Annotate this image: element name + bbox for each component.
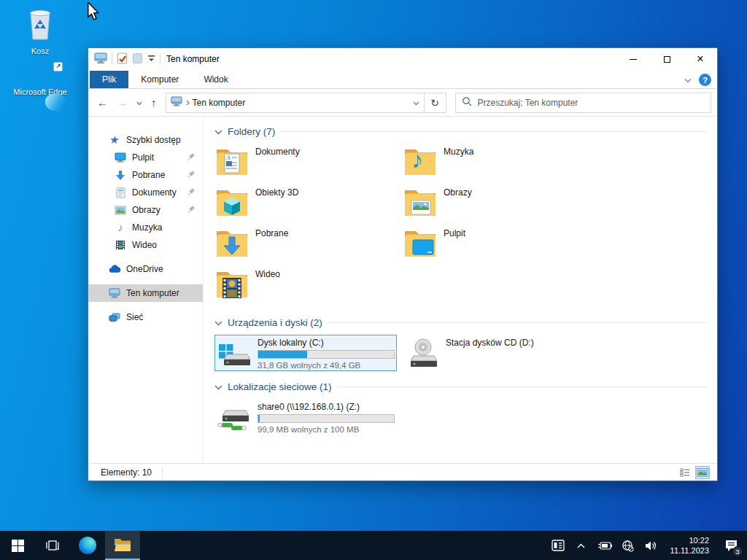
sidebar-item-obrazy[interactable]: Obrazy — [88, 201, 203, 219]
customize-quick-access-icon[interactable] — [147, 54, 155, 65]
folder-3d-objects-icon — [214, 184, 249, 219]
address-dropdown-icon[interactable] — [413, 98, 419, 108]
folder-downloads-icon — [214, 225, 249, 260]
up-button[interactable]: ↑ — [151, 96, 157, 109]
drive-tile-local-disk-c[interactable]: Dysk lokalny (C:) 31,8 GB wolnych z 49,4… — [214, 335, 397, 371]
tab-plik[interactable]: Plik — [90, 71, 128, 88]
music-note-glyph: ♪ — [411, 147, 423, 174]
desktop-icon-recycle-bin[interactable]: Kosz — [9, 6, 71, 55]
back-button[interactable]: ← — [97, 96, 108, 109]
devices-grid: Dysk lokalny (C:) 31,8 GB wolnych z 49,4… — [214, 335, 710, 377]
address-bar[interactable]: Ten komputer — [166, 93, 425, 113]
sidebar-item-quick-access[interactable]: ★ Szybki dostęp — [88, 131, 203, 149]
folder-tile-pobrane[interactable]: Pobrane — [214, 225, 397, 260]
close-button[interactable]: × — [684, 48, 717, 70]
sidebar-item-pobrane[interactable]: Pobrane — [88, 166, 203, 184]
desktop-icon-label: Kosz — [9, 47, 71, 55]
folder-tile-pulpit[interactable]: Pulpit — [403, 225, 585, 260]
quick-access-toolbar — [88, 52, 160, 66]
taskbar-clock[interactable]: 10:22 11.11.2023 — [665, 535, 715, 556]
videos-icon — [115, 239, 126, 251]
sidebar-item-ten-komputer[interactable]: Ten komputer — [88, 284, 203, 302]
title-bar: Ten komputer × — [88, 48, 717, 70]
minimize-button[interactable] — [616, 48, 650, 70]
network-icon — [109, 311, 120, 323]
folder-desktop-icon — [403, 225, 438, 260]
group-header-folders[interactable]: Foldery (7) — [214, 126, 710, 137]
quick-access-star-icon: ★ — [108, 134, 121, 146]
onedrive-cloud-icon — [109, 263, 120, 275]
window-menu-icon[interactable] — [94, 52, 107, 66]
news-widgets-icon[interactable] — [548, 531, 568, 560]
collapse-chevron-icon — [214, 382, 222, 392]
drive-tile-cd-d[interactable]: Stacja dysków CD (D:) — [403, 335, 585, 371]
folder-tile-obrazy[interactable]: Obrazy — [403, 184, 585, 219]
expand-ribbon-icon[interactable] — [684, 75, 692, 85]
start-button[interactable] — [0, 531, 35, 560]
documents-icon — [115, 187, 126, 198]
power-battery-icon[interactable] — [595, 531, 615, 560]
window-controls: × — [616, 48, 717, 70]
sidebar-item-muzyka[interactable]: ♪ Muzyka — [88, 219, 203, 236]
breadcrumb-path[interactable]: Ten komputer — [193, 98, 246, 108]
svg-text:A: A — [226, 155, 231, 161]
network-globe-icon[interactable] — [618, 531, 638, 560]
pictures-icon — [115, 204, 126, 216]
search-input[interactable] — [478, 98, 705, 108]
group-header-network-locations[interactable]: Lokalizacje sieciowe (1) — [214, 381, 710, 392]
details-view-button[interactable] — [678, 466, 692, 479]
forward-button[interactable]: → — [117, 96, 128, 109]
items-view: Foldery (7) A — [204, 117, 717, 463]
network-drive-icon — [217, 400, 252, 435]
volume-icon[interactable] — [641, 531, 662, 560]
shortcut-arrow-icon: ↗ — [53, 62, 63, 71]
recent-locations-icon[interactable] — [136, 98, 142, 108]
search-box[interactable] — [455, 93, 712, 113]
windows-logo-icon — [12, 540, 24, 552]
clock-time: 10:22 — [670, 535, 709, 545]
new-folder-icon[interactable] — [132, 52, 143, 66]
folder-pictures-icon — [403, 184, 438, 219]
file-explorer-window: Ten komputer × Plik Komputer Widok ? ← — [88, 47, 718, 481]
sidebar-item-wideo[interactable]: Wideo — [88, 236, 203, 254]
folder-tile-obiekty-3d[interactable]: Obiekty 3D — [214, 184, 397, 219]
cd-drive-icon — [405, 336, 440, 371]
show-hidden-icons-chevron[interactable] — [571, 531, 592, 560]
large-icons-view-button[interactable] — [695, 466, 710, 479]
downloads-icon — [115, 169, 126, 181]
sidebar-item-pulpit[interactable]: Pulpit — [88, 149, 203, 166]
drive-tile-network-share-z[interactable]: share0 (\\192.168.0.1) (Z:) 99,9 MB woln… — [214, 399, 397, 435]
folder-tile-muzyka[interactable]: ♪ Muzyka — [403, 144, 585, 179]
group-header-devices[interactable]: Urządzenia i dyski (2) — [214, 317, 710, 328]
network-grid: share0 (\\192.168.0.1) (Z:) 99,9 MB woln… — [214, 399, 710, 441]
mouse-cursor — [86, 2, 101, 23]
folder-documents-icon: A — [214, 144, 249, 179]
pin-icon — [187, 187, 196, 198]
breadcrumb-chevron-icon — [186, 98, 190, 108]
edge-icon — [79, 537, 96, 554]
tab-widok[interactable]: Widok — [191, 71, 240, 88]
taskbar-edge-button[interactable] — [70, 531, 105, 560]
desktop-icon-microsoft-edge[interactable]: ↗ Microsoft Edge — [9, 75, 71, 96]
recycle-bin-icon — [23, 34, 57, 44]
taskbar-file-explorer-button[interactable] — [105, 531, 140, 560]
properties-icon[interactable] — [117, 52, 128, 66]
collapse-chevron-icon — [214, 127, 222, 137]
sidebar-item-siec[interactable]: Sieć — [88, 308, 203, 326]
folder-tile-dokumenty[interactable]: A Dokumenty — [214, 144, 397, 179]
search-icon — [462, 96, 472, 109]
tab-komputer[interactable]: Komputer — [128, 71, 191, 88]
task-view-button[interactable] — [35, 531, 70, 560]
help-button[interactable]: ? — [699, 74, 711, 86]
action-center-button[interactable]: 3 — [718, 531, 744, 560]
this-pc-icon — [171, 96, 182, 109]
sidebar-item-dokumenty[interactable]: Dokumenty — [88, 184, 203, 201]
refresh-button[interactable]: ↻ — [425, 93, 446, 113]
maximize-button[interactable] — [650, 48, 684, 70]
folder-tile-wideo[interactable]: Wideo — [214, 266, 397, 301]
desktop: Kosz ↗ Microsoft Edge — [0, 0, 747, 560]
collapse-chevron-icon — [214, 318, 222, 328]
sidebar-item-onedrive[interactable]: OneDrive — [88, 260, 203, 278]
pin-icon — [187, 152, 196, 163]
navigation-pane: ★ Szybki dostęp Pulpit Pobrane — [88, 117, 204, 463]
